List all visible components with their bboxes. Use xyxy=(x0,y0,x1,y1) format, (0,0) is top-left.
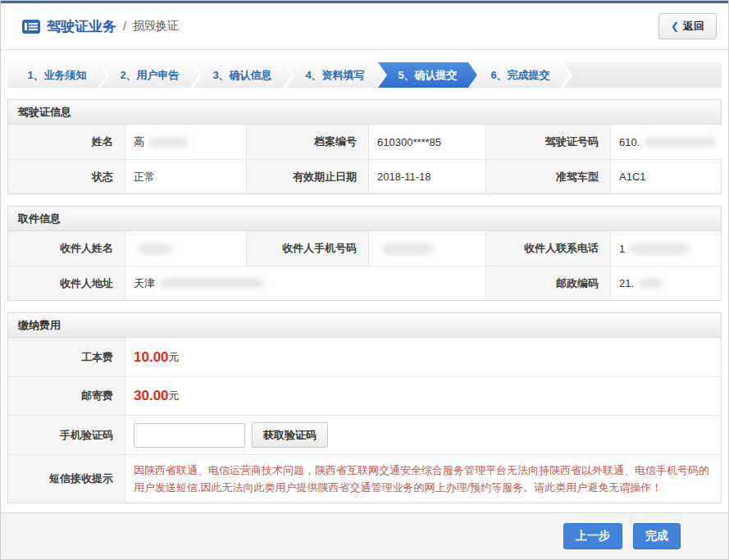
license-card-icon xyxy=(22,20,40,34)
previous-step-button[interactable]: 上一步 xyxy=(563,523,622,549)
redacted-blur xyxy=(138,244,172,254)
pickup-row-2: 收件人地址 天津 邮政编码 21. xyxy=(8,266,721,300)
back-button[interactable]: ❮ 返回 xyxy=(658,13,717,39)
finish-button[interactable]: 完成 xyxy=(633,523,681,549)
production-fee-value: 10.00元 xyxy=(125,338,721,376)
back-chevron-icon: ❮ xyxy=(671,20,679,32)
fees-section-title: 缴纳费用 xyxy=(8,313,721,338)
sms-notice-label: 短信接收提示 xyxy=(8,454,125,503)
get-sms-code-button[interactable]: 获取验证码 xyxy=(252,422,328,448)
step-2-user-declaration: 2、用户申告 xyxy=(100,62,199,88)
step-wizard-filler xyxy=(563,62,722,88)
license-info-section: 驾驶证信息 姓名 高 档案编号 610300****85 驾驶证号码 610. … xyxy=(7,99,722,194)
file-number-value: 610300****85 xyxy=(368,125,485,159)
page: 驾驶证业务 / 损毁换证 ❮ 返回 1、业务须知 2、用户申告 3、确认信息 4… xyxy=(0,0,729,560)
name-label: 姓名 xyxy=(8,125,125,159)
recipient-phone-value: 1 xyxy=(610,231,721,266)
step-4-fill-data: 4、资料填写 xyxy=(285,62,385,88)
vehicle-class-label: 准驾车型 xyxy=(485,159,610,193)
recipient-mobile-value xyxy=(368,231,485,266)
status-label: 状态 xyxy=(8,159,125,193)
footer-action-bar: 上一步 完成 xyxy=(1,512,728,559)
redacted-blur xyxy=(148,137,188,148)
fees-section: 缴纳费用 工本费 10.00元 邮寄费 30.00元 手机验证码 获取验证码 短… xyxy=(7,312,722,503)
recipient-name-label: 收件人姓名 xyxy=(8,231,125,266)
pickup-info-section: 取件信息 收件人姓名 收件人手机号码 收件人联系电话 1 收件人地址 天津 xyxy=(7,206,722,301)
sms-code-row: 手机验证码 获取验证码 xyxy=(8,415,721,454)
step-wizard: 1、业务须知 2、用户申告 3、确认信息 4、资料填写 5、确认提交 6、完成提… xyxy=(7,62,722,88)
license-row-2: 状态 正常 有效期止日期 2018-11-18 准驾车型 A1C1 xyxy=(8,159,721,193)
sms-code-label: 手机验证码 xyxy=(8,415,125,454)
status-value: 正常 xyxy=(125,159,246,193)
zip-code-label: 邮政编码 xyxy=(485,266,610,300)
production-fee-label: 工本费 xyxy=(8,338,125,376)
sms-code-field-wrap: 获取验证码 xyxy=(125,415,721,454)
postage-fee-label: 邮寄费 xyxy=(8,376,125,415)
license-section-title: 驾驶证信息 xyxy=(8,100,721,125)
production-fee-row: 工本费 10.00元 xyxy=(8,338,721,376)
redacted-blur xyxy=(159,278,264,289)
step-1-business-notice: 1、业务须知 xyxy=(7,62,107,88)
expiry-date-label: 有效期止日期 xyxy=(246,159,368,193)
recipient-address-label: 收件人地址 xyxy=(8,266,125,300)
sms-notice-row: 短信接收提示 因陕西省联通、电信运营商技术问题，陕西省互联网交通安全综合服务管理… xyxy=(8,454,721,503)
recipient-phone-label: 收件人联系电话 xyxy=(485,231,610,266)
license-number-value: 610. xyxy=(610,125,724,159)
back-button-label: 返回 xyxy=(683,19,704,34)
name-value: 高 xyxy=(125,125,246,159)
recipient-name-value xyxy=(125,231,246,266)
breadcrumb-separator: / xyxy=(123,20,126,33)
postage-fee-row: 邮寄费 30.00元 xyxy=(8,376,721,415)
page-subtitle: 损毁换证 xyxy=(133,19,179,34)
redacted-blur xyxy=(644,137,716,148)
vehicle-class-value: A1C1 xyxy=(610,159,721,193)
license-row-1: 姓名 高 档案编号 610300****85 驾驶证号码 610. xyxy=(8,125,721,159)
page-header: 驾驶证业务 / 损毁换证 ❮ 返回 xyxy=(1,3,728,50)
zip-code-value: 21. xyxy=(610,266,721,300)
expiry-date-value: 2018-11-18 xyxy=(368,159,485,193)
pickup-section-title: 取件信息 xyxy=(8,207,721,231)
recipient-address-value: 天津 xyxy=(125,266,485,300)
step-5-confirm-submit: 5、确认提交 xyxy=(378,62,477,88)
redacted-blur xyxy=(629,244,690,254)
step-6-complete-submit: 6、完成提交 xyxy=(471,62,570,88)
pickup-row-1: 收件人姓名 收件人手机号码 收件人联系电话 1 xyxy=(8,231,721,266)
license-number-label: 驾驶证号码 xyxy=(485,125,610,159)
recipient-mobile-label: 收件人手机号码 xyxy=(246,231,368,266)
redacted-blur xyxy=(381,244,434,254)
breadcrumb: 驾驶证业务 / 损毁换证 xyxy=(22,17,179,36)
postage-fee-value: 30.00元 xyxy=(125,376,721,415)
sms-code-input[interactable] xyxy=(134,423,245,448)
step-3-confirm-info: 3、确认信息 xyxy=(193,62,292,88)
sms-notice-text: 因陕西省联通、电信运营商技术问题，陕西省互联网交通安全综合服务管理平台无法向持陕… xyxy=(125,454,721,503)
file-number-label: 档案编号 xyxy=(246,125,368,159)
page-title: 驾驶证业务 xyxy=(47,17,116,36)
redacted-blur xyxy=(638,278,663,289)
